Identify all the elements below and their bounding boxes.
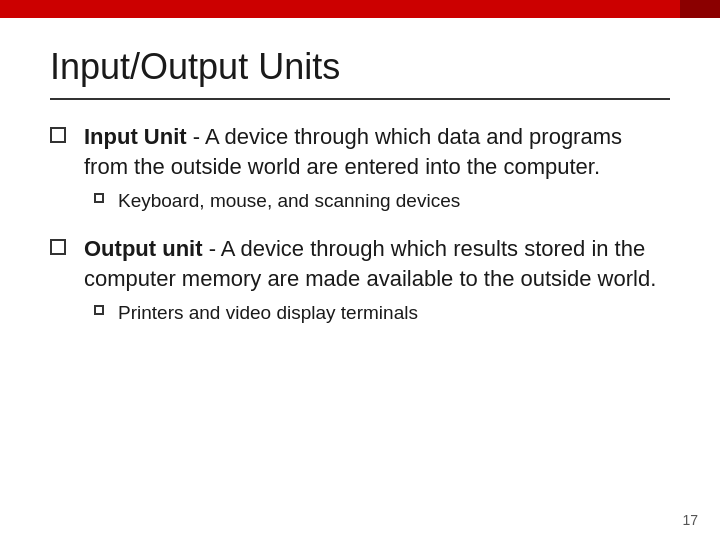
input-sub-list: Keyboard, mouse, and scanning devices — [94, 189, 670, 214]
slide-title: Input/Output Units — [50, 46, 670, 88]
input-sub-item-text: Keyboard, mouse, and scanning devices — [118, 189, 460, 214]
bullet-square-icon — [50, 239, 66, 255]
item-content-output: Output unit - A device through which res… — [84, 234, 670, 326]
item-content-input: Input Unit - A device through which data… — [84, 122, 670, 214]
input-unit-bold: Input Unit — [84, 124, 187, 149]
corner-decoration — [680, 0, 720, 18]
output-unit-text: Output unit - A device through which res… — [84, 234, 670, 293]
sub-list-item: Printers and video display terminals — [94, 301, 670, 326]
output-unit-bold: Output unit — [84, 236, 203, 261]
sub-bullet-icon — [94, 305, 104, 315]
slide-content: Input/Output Units Input Unit - A device… — [0, 18, 720, 540]
list-item: Output unit - A device through which res… — [50, 234, 670, 326]
bullet-square-icon — [50, 127, 66, 143]
main-list: Input Unit - A device through which data… — [50, 122, 670, 326]
output-sub-list: Printers and video display terminals — [94, 301, 670, 326]
page-number: 17 — [682, 512, 698, 528]
list-item: Input Unit - A device through which data… — [50, 122, 670, 214]
output-sub-item-text: Printers and video display terminals — [118, 301, 418, 326]
input-unit-text: Input Unit - A device through which data… — [84, 122, 670, 181]
sub-list-item: Keyboard, mouse, and scanning devices — [94, 189, 670, 214]
sub-bullet-icon — [94, 193, 104, 203]
title-divider — [50, 98, 670, 100]
top-red-bar — [0, 0, 720, 18]
